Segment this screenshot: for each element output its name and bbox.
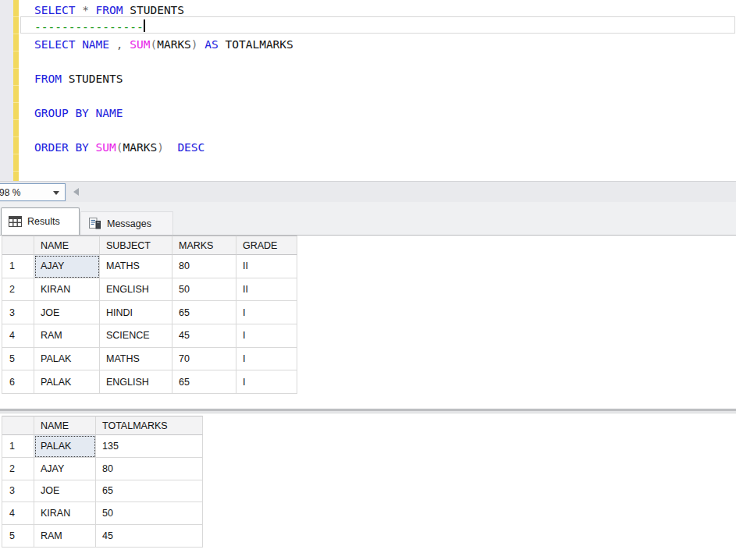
code-line[interactable]: GROUP BY NAME xyxy=(34,105,293,122)
grid-header-row: NAMESUBJECTMARKSGRADE xyxy=(2,236,297,255)
grid-cell[interactable]: ENGLISH xyxy=(100,370,172,394)
grid-cell[interactable]: 80 xyxy=(96,458,203,480)
grid-row: 2AJAY80 xyxy=(2,458,203,480)
code-line[interactable] xyxy=(34,87,293,105)
row-number-cell[interactable]: 1 xyxy=(2,255,34,278)
grid-cell[interactable]: I xyxy=(236,324,297,348)
grid-column-header[interactable]: GRADE xyxy=(236,236,297,255)
row-number-cell[interactable]: 4 xyxy=(2,324,34,348)
grid-cell[interactable]: 65 xyxy=(96,480,203,503)
chevron-down-icon[interactable] xyxy=(53,191,59,195)
grid-cell[interactable]: SCIENCE xyxy=(100,324,172,348)
ssms-query-window: SELECT * FROM STUDENTS----------------SE… xyxy=(0,0,736,560)
tab-messages-label: Messages xyxy=(107,218,151,229)
tab-results[interactable]: Results xyxy=(1,207,80,235)
grid-cell[interactable]: MATHS xyxy=(100,348,172,371)
grid-splitter[interactable] xyxy=(0,408,736,414)
code-line[interactable] xyxy=(34,122,293,139)
tab-results-label: Results xyxy=(27,216,60,227)
code-token: ORDER BY xyxy=(34,141,89,154)
sql-editor[interactable]: SELECT * FROM STUDENTS----------------SE… xyxy=(0,0,736,181)
grid-cell[interactable]: 45 xyxy=(172,324,236,348)
grid-cell[interactable]: AJAY xyxy=(34,458,96,480)
grid-column-header[interactable]: SUBJECT xyxy=(100,236,172,255)
code-token: SUM xyxy=(130,38,150,51)
grid-row: 5RAM45 xyxy=(2,525,203,548)
tab-messages[interactable]: Messages xyxy=(80,211,173,235)
grid-cell[interactable]: 80 xyxy=(172,255,236,278)
results-grid-1[interactable]: NAMESUBJECTMARKSGRADE1AJAYMATHS80II2KIRA… xyxy=(2,236,297,394)
row-number-cell[interactable]: 6 xyxy=(2,370,34,394)
grid-column-header[interactable]: NAME xyxy=(34,416,96,435)
grid-cell[interactable]: PALAK xyxy=(34,370,100,394)
grid-cell[interactable]: 70 xyxy=(172,348,236,371)
grid-cell[interactable]: 50 xyxy=(96,502,203,525)
code-line[interactable]: FROM STUDENTS xyxy=(34,70,293,87)
grid-cell[interactable]: I xyxy=(236,301,297,324)
grid-cell[interactable]: I xyxy=(236,348,297,371)
grid-column-header[interactable]: NAME xyxy=(34,236,100,255)
code-token: ) xyxy=(157,141,164,154)
code-token: FROM xyxy=(96,4,123,16)
code-token: TOTALMARKS xyxy=(219,38,293,51)
zoom-level-value: 98 % xyxy=(0,187,20,198)
code-line[interactable]: SELECT * FROM STUDENTS xyxy=(34,2,293,19)
grid-cell[interactable]: RAM xyxy=(34,525,96,548)
select-all-corner-cell[interactable] xyxy=(2,236,34,255)
code-line[interactable]: ORDER BY SUM(MARKS) DESC xyxy=(34,139,293,156)
row-number-cell[interactable]: 3 xyxy=(2,480,34,503)
grid-cell[interactable]: PALAK xyxy=(34,348,100,371)
grid-cell[interactable]: 65 xyxy=(172,370,236,394)
code-token: ---------------- xyxy=(34,21,144,34)
scroll-left-arrow-icon[interactable] xyxy=(73,188,79,196)
grid-cell[interactable]: 65 xyxy=(172,301,236,324)
code-lines[interactable]: SELECT * FROM STUDENTS----------------SE… xyxy=(34,2,293,156)
row-number-cell[interactable]: 1 xyxy=(2,435,34,458)
grid-cell[interactable]: ENGLISH xyxy=(100,278,172,302)
grid-cell[interactable]: HINDI xyxy=(100,301,172,324)
row-number-cell[interactable]: 4 xyxy=(2,502,34,525)
zoom-level-combobox[interactable]: 98 % xyxy=(0,183,66,201)
horizontal-scrollbar[interactable] xyxy=(67,182,736,203)
grid-cell[interactable]: I xyxy=(236,370,297,394)
grid-cell[interactable]: II xyxy=(236,255,297,278)
grid-column-header[interactable]: TOTALMARKS xyxy=(96,416,203,435)
row-number-cell[interactable]: 3 xyxy=(2,301,34,324)
code-token xyxy=(123,38,130,51)
code-token: ) xyxy=(191,38,198,51)
code-line[interactable]: ---------------- xyxy=(34,19,293,36)
code-token xyxy=(75,4,82,16)
code-line[interactable] xyxy=(34,53,293,70)
grid-cell[interactable]: II xyxy=(236,278,297,302)
grid-cell[interactable]: JOE xyxy=(34,480,96,503)
grid-cell[interactable]: PALAK xyxy=(34,435,96,458)
grid-cell[interactable]: KIRAN xyxy=(34,502,96,525)
row-number-cell[interactable]: 2 xyxy=(2,458,34,480)
code-token: MARKS xyxy=(157,38,191,51)
code-line[interactable]: SELECT NAME , SUM(MARKS) AS TOTALMARKS xyxy=(34,36,293,53)
grid-row: 3JOEHINDI65I xyxy=(2,301,297,324)
code-token xyxy=(198,38,205,51)
grid-cell[interactable]: 45 xyxy=(96,525,203,548)
grid-cell[interactable]: 135 xyxy=(96,435,203,458)
grid-cell[interactable]: RAM xyxy=(34,324,100,348)
code-token xyxy=(75,38,82,51)
select-all-corner-cell[interactable] xyxy=(2,416,34,435)
row-number-cell[interactable]: 2 xyxy=(2,278,34,302)
results-grid-2[interactable]: NAMETOTALMARKS1PALAK1352AJAY803JOE654KIR… xyxy=(2,416,203,548)
grid-row: 4KIRAN50 xyxy=(2,502,203,525)
messages-icon xyxy=(88,217,101,230)
grid-cell[interactable]: KIRAN xyxy=(34,278,100,302)
code-token xyxy=(89,141,96,154)
code-token: STUDENTS xyxy=(123,4,185,16)
grid-cell[interactable]: MATHS xyxy=(100,255,172,278)
code-token: , xyxy=(116,38,123,51)
change-tracking-bar xyxy=(13,0,19,181)
row-number-cell[interactable]: 5 xyxy=(2,348,34,371)
grid-cell[interactable]: 50 xyxy=(172,278,236,302)
row-number-cell[interactable]: 5 xyxy=(2,525,34,548)
grid-column-header[interactable]: MARKS xyxy=(172,236,236,255)
grid-cell[interactable]: JOE xyxy=(34,301,100,324)
code-token: ( xyxy=(116,141,123,154)
grid-cell[interactable]: AJAY xyxy=(34,255,100,278)
